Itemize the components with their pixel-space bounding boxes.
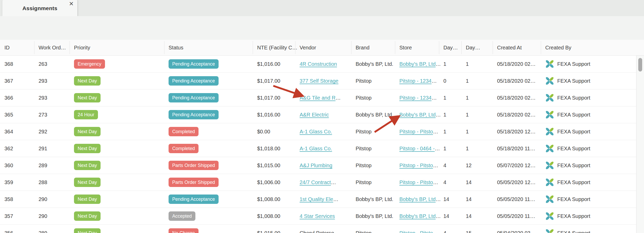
fexa-flower-icon	[545, 229, 554, 233]
store-link[interactable]: Pitstop - 1234	[399, 78, 431, 84]
vendor-link[interactable]: 4 Star Services	[300, 213, 335, 219]
vendor-link[interactable]: 24/7 Contract	[300, 179, 331, 185]
status-badge: No Charge	[169, 228, 199, 233]
cell-nte: $1,017.00	[257, 78, 280, 84]
truncation-ellipsis: …	[435, 146, 440, 151]
priority-badge: Emergency	[74, 59, 105, 69]
truncation-ellipsis: …	[436, 61, 441, 67]
store-link[interactable]: Pitstop - Pitsto	[399, 163, 433, 168]
status-badge: Pending Acceptance	[169, 110, 219, 119]
column-divider	[541, 41, 541, 54]
cell-brand: Bobby's BP, Ltd.	[356, 61, 393, 67]
cell-created_at: 05/18/2020 12…	[497, 129, 536, 135]
store-link[interactable]: Pitstop - Pitsto	[399, 179, 433, 185]
column-header-nte[interactable]: NTE (Facility C…	[257, 45, 297, 51]
status-badge: Accepted	[169, 211, 195, 221]
table-row[interactable]: 358290$1,008.00Bobby's BP, Ltd.141405/05…	[0, 191, 636, 208]
column-header-id[interactable]: ID	[4, 45, 10, 51]
vendor-link[interactable]: 377 Self Storage	[300, 78, 338, 84]
cell-work_order: 288	[39, 179, 47, 185]
fexa-flower-icon	[545, 195, 554, 204]
vendor-link[interactable]: 1st Quality Ele	[300, 196, 333, 202]
cell-store: Bobby's BP, Ltd…	[399, 196, 441, 202]
cell-created_by: FEXA Support	[545, 229, 590, 233]
store-link[interactable]: Bobby's BP, Ltd	[399, 112, 436, 118]
priority-badge: Next Day	[74, 178, 101, 187]
table-header: IDWork Ord…PriorityStatusNTE (Facility C…	[0, 40, 644, 56]
vendor-link[interactable]: A&J Plumbing	[300, 163, 332, 168]
created-by-name: FEXA Support	[557, 179, 590, 185]
column-header-created_by[interactable]: Created By	[545, 45, 571, 51]
cell-created_at: 05/18/2020 02…	[497, 112, 536, 118]
fexa-flower-icon	[545, 212, 554, 221]
column-divider	[351, 41, 351, 54]
cell-id: 367	[4, 78, 13, 84]
column-header-status[interactable]: Status	[169, 45, 183, 51]
table-row[interactable]: 356289$1,015.00Pitstop41505/04/2020 03…N…	[0, 225, 636, 233]
column-divider	[34, 41, 34, 54]
vendor-link[interactable]: A-1 Glass Co.	[300, 129, 332, 134]
table-row[interactable]: 367293$1,017.00Pitstop0105/18/2020 02…Ne…	[0, 73, 636, 89]
close-icon[interactable]: ✕	[69, 1, 74, 7]
cell-id: 356	[4, 230, 13, 233]
column-header-brand[interactable]: Brand	[356, 45, 369, 51]
table-row[interactable]: 366293$1,017.00Pitstop1105/18/2020 02…Ne…	[0, 89, 636, 106]
table-row[interactable]: 365273$1,016.00Bobby's BP, Ltd.1105/18/2…	[0, 106, 636, 123]
vendor-link[interactable]: A-1 Glass Co.	[300, 146, 332, 151]
table-row[interactable]: 362291$1,018.00Pitstop1105/18/2020 11…Ne…	[0, 140, 636, 157]
cell-created_at: 05/18/2020 02…	[497, 78, 536, 84]
cell-status: Completed	[169, 144, 199, 153]
cell-priority: 24 Hour	[74, 110, 98, 119]
cell-days_2: 12	[466, 163, 472, 169]
cell-days_1: 1	[443, 112, 446, 118]
cell-priority: Emergency	[74, 59, 105, 69]
cell-vendor: 4 Star Services	[300, 213, 335, 219]
table-row[interactable]: 357290$1,008.00Bobby's BP, Ltd.141405/05…	[0, 208, 636, 225]
cell-created_at: 05/18/2020 11…	[497, 146, 535, 152]
column-header-created_at[interactable]: Created At	[497, 45, 522, 51]
vertical-scrollbar[interactable]	[636, 55, 644, 233]
truncation-ellipsis: …	[433, 179, 438, 185]
truncation-ellipsis: …	[331, 179, 336, 185]
fexa-flower-icon	[545, 161, 554, 170]
column-header-priority[interactable]: Priority	[74, 45, 90, 51]
table-row[interactable]: 368263$1,016.00Bobby's BP, Ltd.1105/18/2…	[0, 56, 636, 73]
cell-brand: Pitstop	[356, 179, 371, 185]
cell-id: 360	[4, 163, 13, 169]
column-header-days_1[interactable]: Day…	[443, 45, 458, 51]
cell-status: Pending Acceptance	[169, 59, 219, 69]
cell-priority: Next Day	[74, 211, 101, 221]
column-header-work_order[interactable]: Work Ord…	[39, 45, 66, 51]
cell-priority: Next Day	[74, 76, 101, 86]
table-row[interactable]: 364292$0.00Pitstop1105/18/2020 12…Next D…	[0, 123, 636, 140]
status-badge: Completed	[169, 144, 199, 153]
vendor-link[interactable]: A&G Tile and R	[300, 95, 336, 101]
vendor-link[interactable]: 4R Construction	[300, 61, 337, 67]
store-link[interactable]: Pitstop - 1234	[399, 95, 431, 101]
column-header-vendor[interactable]: Vendor	[300, 45, 316, 51]
cell-store: Pitstop - 1234…	[399, 95, 437, 101]
cell-brand: Pitstop	[356, 78, 371, 84]
cell-work_order: 290	[39, 196, 47, 202]
store-link[interactable]: Pitstop - Pitsto	[399, 230, 433, 233]
cell-nte: $1,015.00	[257, 230, 280, 233]
store-link[interactable]: Pitstop - Pitsto	[399, 129, 433, 134]
table-row[interactable]: 359288$1,006.00Pitstop41405/05/2020 12…N…	[0, 174, 636, 191]
tab-assignments[interactable]: Assignments ✕	[2, 0, 77, 16]
store-link[interactable]: Pitstop - 0464 -	[399, 146, 435, 151]
column-divider	[295, 41, 295, 54]
cell-created_by: FEXA Support	[545, 110, 590, 119]
column-header-days_2[interactable]: Day…	[466, 45, 480, 51]
column-divider	[253, 41, 253, 54]
store-link[interactable]: Bobby's BP, Ltd	[399, 196, 436, 202]
cell-id: 362	[4, 146, 13, 152]
scrollbar-thumb[interactable]	[638, 58, 642, 72]
store-link[interactable]: Bobby's BP, Ltd	[399, 61, 436, 67]
cell-id: 357	[4, 213, 13, 219]
column-header-store[interactable]: Store	[399, 45, 412, 51]
store-link[interactable]: Bobby's BP, Ltd	[399, 213, 436, 219]
table-row[interactable]: 360289$1,015.00Pitstop41205/07/2020 12…N…	[0, 157, 636, 174]
vendor-link[interactable]: A&R Electric	[300, 112, 329, 118]
cell-days_2: 15	[466, 230, 472, 233]
cell-status: Pending Acceptance	[169, 76, 219, 86]
